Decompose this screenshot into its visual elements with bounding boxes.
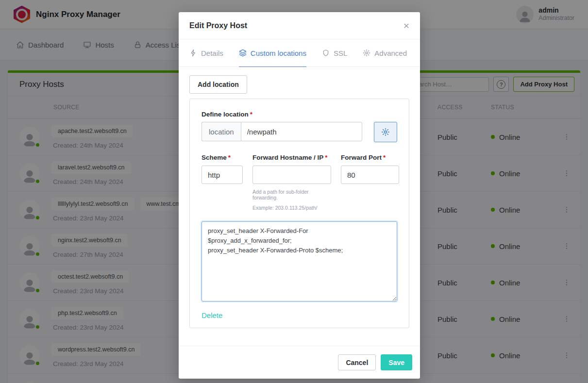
required-marker: * [325,154,327,161]
lightning-icon [189,49,197,57]
required-marker: * [250,111,252,118]
location-prefix: location [202,122,241,141]
subfolder-help-text: Add a path for sub-folder forwarding. [252,189,331,200]
required-marker: * [228,154,231,161]
close-icon[interactable]: × [403,20,409,31]
example-help-text: Example: 203.0.113.25/path/ [252,205,331,211]
gear-icon [381,128,390,136]
forward-hostname-input[interactable] [252,166,331,184]
forward-port-label: Forward Port [341,154,382,161]
add-location-button[interactable]: Add location [189,75,247,94]
tab-label: SSL [334,49,347,57]
location-settings-button[interactable] [374,122,397,142]
tab-label: Advanced [374,49,407,57]
edit-proxy-host-modal: Edit Proxy Host × Details Custom locatio… [179,12,420,379]
forward-hostname-label: Forward Hostname / IP [252,154,323,161]
define-location-label: Define location [202,111,249,118]
scheme-label: Scheme [202,154,227,161]
gear-icon [363,49,370,57]
forward-port-input[interactable] [341,166,399,184]
tab-label: Details [201,49,223,57]
tab-label: Custom locations [251,49,306,57]
tab-details[interactable]: Details [189,39,223,67]
location-card: Define location* location Scheme* [189,99,409,328]
scheme-input[interactable] [202,166,243,184]
advanced-config-textarea[interactable]: proxy_set_header X-Forwarded-For $proxy_… [202,221,397,301]
save-button[interactable]: Save [381,354,412,370]
cancel-button[interactable]: Cancel [338,354,376,370]
tab-custom-locations[interactable]: Custom locations [239,39,306,67]
shield-icon [322,49,330,57]
modal-tabs: Details Custom locations SSL Advanced [179,39,420,67]
required-marker: * [383,154,386,161]
layers-icon [239,49,247,57]
tab-ssl[interactable]: SSL [322,39,347,67]
location-path-input[interactable] [241,122,362,141]
delete-location-link[interactable]: Delete [202,311,222,319]
modal-title: Edit Proxy Host [189,21,247,30]
tab-advanced[interactable]: Advanced [363,39,407,67]
